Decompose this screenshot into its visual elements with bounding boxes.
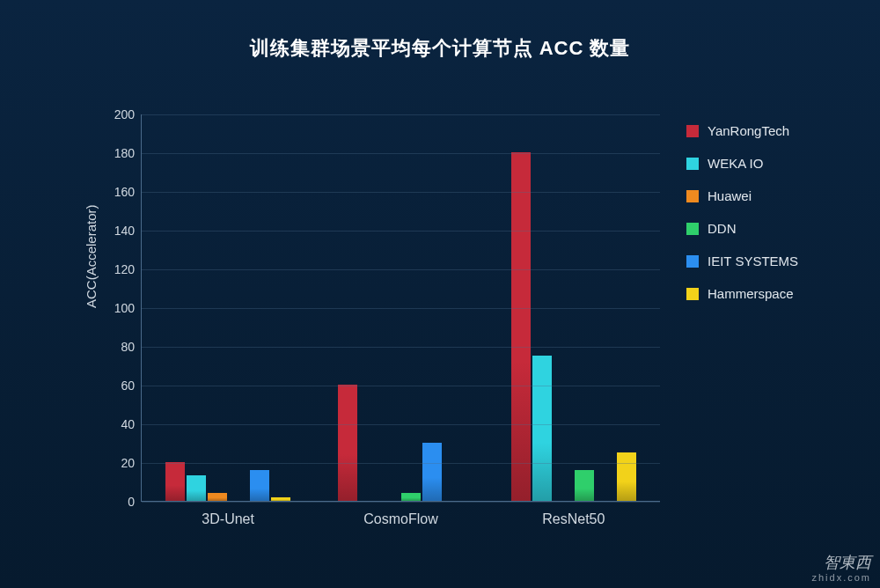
legend-swatch [686,255,699,268]
bar [511,152,531,501]
bar [338,385,357,501]
bar [532,356,552,501]
chart-title: 训练集群场景平均每个计算节点 ACC 数量 [53,35,827,62]
legend-label: Hammerspace [708,286,794,301]
y-tick: 140 [106,224,142,238]
y-tick: 120 [106,262,142,276]
watermark-main: 智東西 [811,555,871,572]
bar [250,470,269,501]
legend-label: YanRongTech [708,123,789,138]
legend-item: Huawei [686,188,798,203]
grid-line [142,386,660,386]
bar [422,443,442,501]
y-tick: 200 [106,107,142,121]
legend-item: Hammerspace [686,286,798,301]
grid-line [142,231,660,232]
legend-label: DDN [708,221,737,236]
grid-line [142,153,660,154]
x-tick: 3D-Unet [202,501,254,527]
watermark-sub: zhidx.com [811,572,871,583]
legend-label: Huawei [708,188,752,203]
y-tick: 40 [106,417,142,431]
grid-line [142,308,660,309]
legend-label: WEKA IO [708,156,763,171]
x-tick: ResNet50 [542,501,605,527]
legend-swatch [686,288,699,300]
legend-item: WEKA IO [686,156,798,171]
y-tick: 180 [106,146,142,160]
legend-swatch [686,125,699,137]
legend-label: IEIT SYSTEMS [708,254,798,268]
legend-item: YanRongTech [686,123,798,138]
grid-line [142,114,660,115]
y-tick: 20 [106,456,142,470]
y-axis-label: ACC(Accelerator) [84,204,99,308]
chart-container: 训练集群场景平均每个计算节点 ACC 数量 ACC(Accelerator) 3… [53,35,827,546]
y-tick: 60 [106,379,142,393]
bar [575,470,594,501]
legend: YanRongTechWEKA IOHuaweiDDNIEIT SYSTEMSH… [686,123,798,301]
legend-swatch [686,223,699,235]
x-tick: CosmoFlow [363,501,437,527]
grid-line [142,463,660,464]
legend-item: DDN [686,221,798,236]
grid-line [142,502,660,503]
legend-swatch [686,190,699,202]
bar [165,462,185,501]
y-tick: 80 [106,340,142,354]
bar [187,475,206,501]
grid-line [142,347,660,348]
grid-line [142,269,660,270]
bar [208,493,227,501]
y-tick: 0 [106,495,142,509]
grid-line [142,424,660,425]
y-tick: 160 [106,185,142,199]
plot-area: 3D-UnetCosmoFlowResNet50 020406080100120… [141,114,660,502]
bar [401,493,421,501]
bar [271,497,290,501]
legend-swatch [686,158,699,170]
legend-item: IEIT SYSTEMS [686,254,798,268]
y-tick: 100 [106,301,142,315]
grid-line [142,192,660,193]
bar [617,452,636,501]
watermark: 智東西 zhidx.com [811,555,871,583]
